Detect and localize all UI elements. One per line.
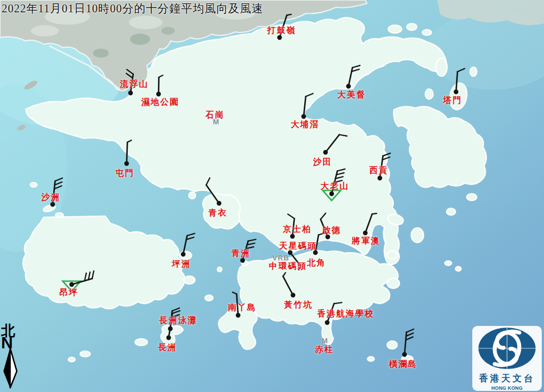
station-dot [288,250,292,255]
station-dot [291,293,295,297]
station-dot [454,90,458,94]
hko-logo-english: HONG KONG OBSERVATORY [472,385,542,391]
station-dot [326,235,330,239]
wind-barb-feather [372,213,376,214]
station-dot [378,176,382,180]
station-dot [277,35,282,40]
station-dot [346,84,351,88]
station-dot [325,320,329,325]
hko-logo: 香港天文台 HONG KONG OBSERVATORY [472,326,542,391]
station-dot [156,92,161,96]
hko-logo-icon [472,326,542,371]
station-dot [363,231,368,235]
station-dot [69,282,74,287]
station-dot [50,202,55,207]
station-dot [217,201,221,206]
compass-north: 北 N [1,324,24,389]
station-dot [128,91,133,95]
station-dot [166,335,171,340]
station-dot [236,313,240,318]
station-dot [329,192,334,196]
station-dot [301,114,306,119]
hong-kong-map [0,0,544,392]
land-tsing-yi [203,194,240,229]
hko-logo-chinese: 香港天文台 [472,373,542,385]
station-dot [181,252,185,256]
north-arrow-icon [1,347,20,389]
compass-n-label: N [1,337,24,349]
wind-barb-staff [159,77,159,94]
station-dot [124,161,129,166]
station-dot [323,150,328,155]
wind-barb-staff [127,142,127,164]
wind-barb-feather [287,15,291,15]
station-dot [313,250,318,255]
map-title: 2022年11月01日10時00分的十分鐘平均風向及風速 [2,1,263,16]
wind-map: 打鼓嶺流浮山濕地公園石崗M大美督塔門大埔滘沙田屯門西貢沙洲大老山青衣京士柏啟德天… [0,0,544,392]
station-dot [402,352,407,357]
station-dot [240,258,245,263]
station-dot [290,234,295,239]
